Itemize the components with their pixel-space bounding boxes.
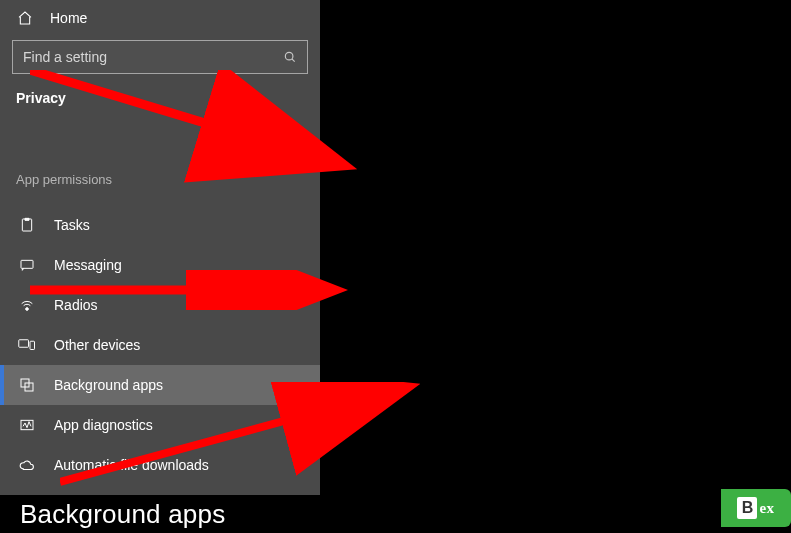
home-row[interactable]: Home [0,6,320,40]
sidebar-item-label: Other devices [54,337,140,353]
page-title: Background apps [20,499,771,530]
messaging-icon [18,257,36,273]
svg-rect-6 [30,341,35,349]
sidebar-item-radios[interactable]: Radios [0,285,320,325]
sidebar-item-label: Tasks [54,217,90,233]
svg-point-4 [26,308,29,311]
svg-rect-5 [19,340,29,348]
sidebar-item-label: App diagnostics [54,417,153,433]
radios-icon [18,297,36,313]
main-panel: Background apps Choose which apps can re… [0,495,791,533]
sidebar-item-background-apps[interactable]: Background apps [0,365,320,405]
sidebar: Home Find a setting Privacy App permissi… [0,0,320,495]
sidebar-item-label: Automatic file downloads [54,457,209,473]
svg-line-1 [292,59,295,62]
sidebar-item-label: Radios [54,297,98,313]
search-icon [283,50,297,64]
svg-point-0 [285,52,293,60]
sidebar-item-automatic-downloads[interactable]: Automatic file downloads [0,445,320,485]
tasks-icon [18,217,36,233]
background-apps-icon [18,377,36,393]
sidebar-item-app-diagnostics[interactable]: App diagnostics [0,405,320,445]
sidebar-item-other-devices[interactable]: Other devices [0,325,320,365]
svg-rect-3 [21,260,33,268]
watermark: Bex [721,489,791,527]
sidebar-item-tasks[interactable]: Tasks [0,205,320,245]
home-icon [16,10,34,26]
home-label: Home [50,10,87,26]
diagnostics-icon [18,417,36,433]
app-permissions-heading: App permissions [0,172,320,187]
section-title: Privacy [0,90,320,106]
search-input[interactable]: Find a setting [12,40,308,74]
cloud-icon [18,458,36,472]
sidebar-item-label: Background apps [54,377,163,393]
other-devices-icon [18,338,36,352]
sidebar-item-label: Messaging [54,257,122,273]
nav-list: Tasks Messaging Radios Other devices Bac… [0,205,320,485]
sidebar-item-messaging[interactable]: Messaging [0,245,320,285]
search-placeholder: Find a setting [23,49,107,65]
